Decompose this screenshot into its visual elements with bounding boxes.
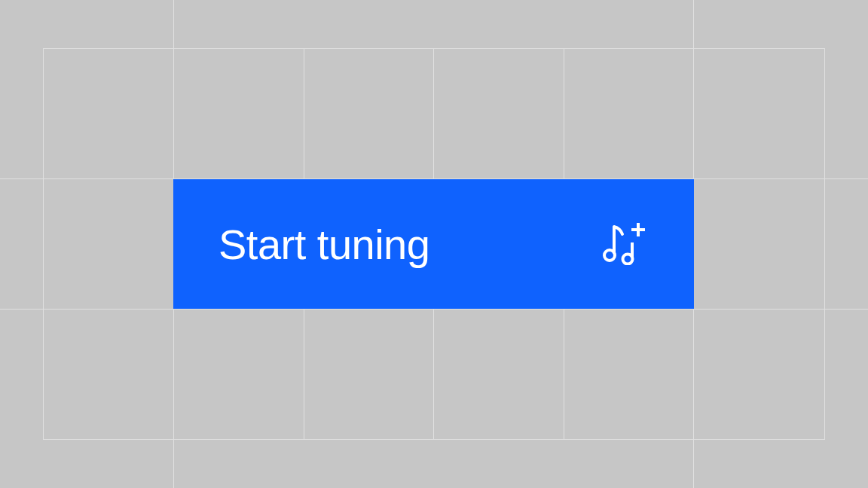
start-tuning-label: Start tuning [219, 220, 429, 269]
grid-line-horizontal [43, 439, 825, 440]
music-add-icon [602, 223, 647, 265]
grid-line-horizontal [0, 309, 868, 310]
grid-line-vertical [43, 48, 44, 440]
start-tuning-button[interactable]: Start tuning [173, 179, 694, 309]
grid-line-horizontal [43, 48, 825, 49]
grid-line-vertical [824, 48, 825, 440]
svg-point-4 [623, 255, 633, 264]
svg-point-2 [604, 250, 615, 261]
